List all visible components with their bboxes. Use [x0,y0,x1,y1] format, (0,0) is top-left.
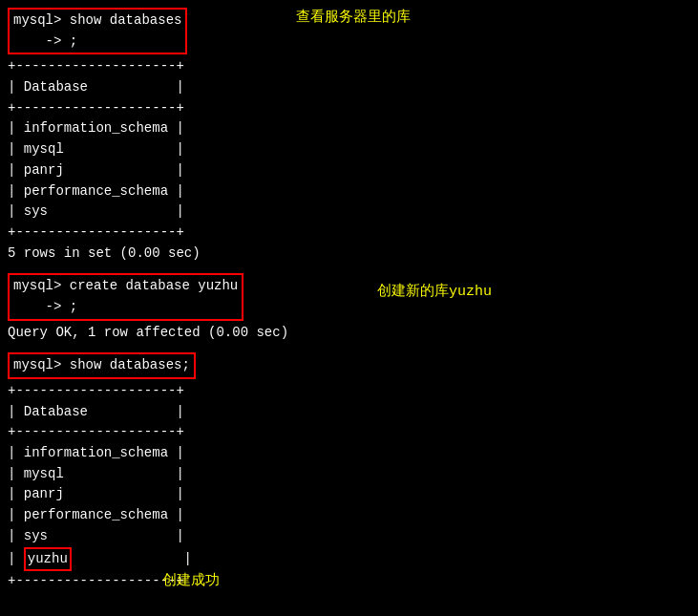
table-row-sys-b: | sys | [8,526,698,547]
rows-count: 5 rows in set (0.00 sec) [8,244,698,265]
table-border2: +--------------------+ [8,98,698,119]
section3-command-box: mysql> show databases; [8,352,196,379]
query-ok: Query OK, 1 row affected (0.00 sec) [8,323,698,344]
prompt2: mysql> [13,276,70,297]
cmd2: create database yuzhu [70,276,238,297]
table-row-info: | information_schema | [8,118,698,139]
section2-output: Query OK, 1 row affected (0.00 sec) [0,323,698,344]
table-border-b: +--------------------+ [8,381,698,402]
table-row-panrj: | panrj | [8,160,698,181]
table-row-sys: | sys | [8,202,698,223]
section2-command-box: mysql> create database yuzhu -> ; [8,273,243,320]
annotation-success: 创建成功 [162,571,220,589]
pipe-before: | [8,549,24,570]
prompt3: mysql> [13,355,70,376]
table-row-info-b: | information_schema | [8,443,698,464]
prompt1: mysql> [13,11,70,32]
table-row-yuzhu-line: | yuzhu | [8,547,698,572]
table-border-b3: +--------------------+ [8,571,698,592]
table-row-mysql-b: | mysql | [8,464,698,485]
annotation-view-db: 查看服务器里的库 [296,8,411,26]
section3-line1: mysql> show databases; [13,355,190,376]
table-border: +--------------------+ [8,56,698,77]
section2-line2: -> ; [13,297,238,318]
cmd3: show databases; [70,355,190,376]
annotation-create-db: 创建新的库yuzhu [377,282,492,300]
section2-line1: mysql> create database yuzhu [13,276,238,297]
cmd2-cont: -> ; [13,297,77,318]
terminal: mysql> show databases -> ; +------------… [0,0,698,600]
section1-line1: mysql> show databases [13,11,181,32]
section1-command-box: mysql> show databases -> ; [8,8,187,54]
yuzhu-box: yuzhu [24,547,72,572]
table-border3: +--------------------+ [8,223,698,244]
table-row-panrj-b: | panrj | [8,484,698,505]
pipe-after: | [72,549,192,570]
cmd1-cont: -> ; [13,32,77,53]
table-border-b2: +--------------------+ [8,422,698,443]
table-row-mysql: | mysql | [8,139,698,160]
table-row-perf: | performance_schema | [8,181,698,202]
section1-output: +--------------------+ | Database | +---… [0,56,698,264]
section3-output: +--------------------+ | Database | +---… [0,381,698,592]
table-row-perf-b: | performance_schema | [8,505,698,526]
table-header: | Database | [8,77,698,98]
section1-line2: -> ; [13,32,181,53]
table-header-b: | Database | [8,402,698,423]
cmd1: show databases [70,11,182,32]
